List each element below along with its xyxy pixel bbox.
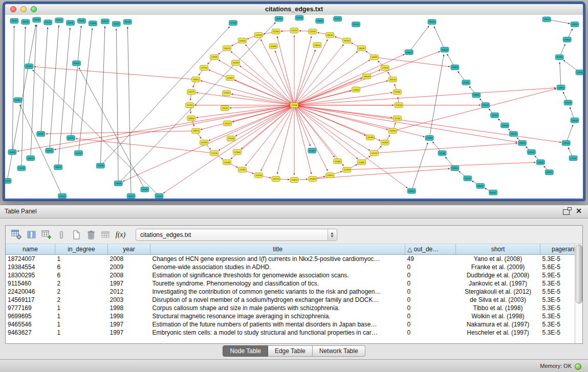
- graph-node[interactable]: 15164: [393, 90, 401, 95]
- graph-node[interactable]: 19514: [141, 187, 149, 192]
- graph-node[interactable]: 19126: [44, 20, 52, 25]
- graph-node[interactable]: 15935: [576, 70, 583, 75]
- column-header-title[interactable]: title: [150, 244, 405, 255]
- graph-node[interactable]: 14275: [187, 90, 195, 95]
- graph-node[interactable]: 16491: [571, 22, 579, 27]
- graph-node[interactable]: 12104: [562, 141, 570, 146]
- graph-node[interactable]: 15249: [343, 167, 351, 172]
- graph-node[interactable]: 13918: [472, 93, 481, 98]
- table-row[interactable]: 977716911998Corpus callosum shape and si…: [6, 304, 582, 312]
- table-row[interactable]: 1830029562008Estimation of significance …: [6, 271, 582, 279]
- graph-node[interactable]: 19059: [27, 156, 35, 161]
- table-row[interactable]: 1456911722003Disruption of a novel membe…: [6, 296, 582, 304]
- graph-node[interactable]: 15144: [254, 173, 263, 178]
- graph-node[interactable]: 14370: [326, 173, 334, 178]
- graph-node[interactable]: 67919: [425, 136, 433, 141]
- graph-node[interactable]: 18503: [363, 74, 371, 79]
- graph-node[interactable]: 92450: [545, 170, 553, 175]
- float-panel-icon[interactable]: [563, 209, 570, 215]
- table-scrollbar[interactable]: [575, 244, 582, 343]
- close-panel-icon[interactable]: ✕: [576, 207, 582, 215]
- graph-node[interactable]: 14150: [155, 193, 163, 199]
- graph-node[interactable]: 14370: [112, 21, 120, 27]
- table-row[interactable]: 1938455462009Genome-wide association stu…: [6, 263, 582, 271]
- column-header-out_degree[interactable]: △ out_de…: [405, 244, 456, 255]
- table-row[interactable]: 2242004622012Investigating the contribut…: [6, 288, 582, 296]
- graph-node[interactable]: 12754: [200, 65, 208, 71]
- network-canvas[interactable]: 1724010516151641610417854146201961816135…: [5, 15, 583, 199]
- graph-node[interactable]: 16012: [223, 46, 231, 51]
- column-header-short[interactable]: short: [456, 244, 540, 255]
- graph-node[interactable]: 59051: [54, 165, 62, 170]
- graph-node[interactable]: 16104: [381, 140, 389, 145]
- table-mode-button[interactable]: [10, 228, 24, 242]
- graph-node[interactable]: 19014: [510, 132, 518, 137]
- graph-node[interactable]: 13514: [571, 118, 579, 123]
- graph-node[interactable]: 21814: [542, 17, 551, 22]
- graph-node[interactable]: 19610: [313, 42, 321, 48]
- graph-node[interactable]: 12755: [222, 91, 230, 96]
- scrollbar-thumb[interactable]: [576, 245, 582, 303]
- table-row[interactable]: 1872400712008Changes of HCN gene express…: [6, 255, 582, 264]
- table-row[interactable]: 969969511998Structural magnetic resonanc…: [6, 312, 582, 320]
- graph-node[interactable]: 16104: [388, 77, 397, 82]
- graph-node[interactable]: 15101: [55, 18, 63, 23]
- graph-node[interactable]: 13164: [388, 128, 397, 134]
- column-header-year[interactable]: year: [108, 244, 150, 255]
- graph-node[interactable]: 20643: [114, 181, 122, 186]
- tab-edge-table[interactable]: Edge Table: [268, 345, 313, 357]
- graph-node[interactable]: 16648: [441, 47, 449, 52]
- graph-node[interactable]: 17072: [370, 150, 378, 156]
- graph-node[interactable]: 16725: [223, 121, 231, 126]
- graph-node[interactable]: 15351: [290, 178, 298, 183]
- graph-node[interactable]: 25166: [96, 163, 104, 168]
- graph-node[interactable]: 16153: [272, 177, 280, 182]
- graph-node[interactable]: 13049: [33, 17, 41, 23]
- graph-node[interactable]: 16191: [334, 16, 342, 21]
- graph-node[interactable]: 26145: [77, 18, 85, 24]
- graph-node[interactable]: 50549: [366, 135, 375, 140]
- delete-column-button[interactable]: [54, 228, 68, 242]
- graph-node[interactable]: 12116: [352, 87, 360, 92]
- graph-node[interactable]: 16467: [405, 50, 413, 55]
- graph-node[interactable]: 13916: [501, 123, 509, 128]
- graph-node[interactable]: 17034: [238, 167, 246, 172]
- window-titlebar[interactable]: citations_edges.txt: [5, 4, 583, 15]
- graph-node[interactable]: 12194: [89, 21, 97, 26]
- graph-node[interactable]: 10356: [58, 193, 67, 199]
- graph-node[interactable]: 20135: [67, 20, 75, 26]
- graph-node[interactable]: 15440: [334, 159, 342, 164]
- graph-node[interactable]: 15345: [308, 148, 316, 153]
- graph-node[interactable]: 20251: [67, 136, 75, 141]
- graph-node[interactable]: 17818: [210, 55, 219, 60]
- graph-node[interactable]: 25056: [8, 149, 16, 155]
- graph-node[interactable]: 22486: [269, 43, 277, 49]
- graph-node[interactable]: 16251: [101, 19, 109, 24]
- graph-node[interactable]: 16791: [491, 113, 499, 118]
- graph-node[interactable]: 19455: [451, 166, 459, 171]
- show-columns-button[interactable]: [25, 228, 38, 242]
- graph-node[interactable]: 12945: [536, 160, 545, 165]
- graph-node[interactable]: 14204: [238, 38, 246, 43]
- graph-node[interactable]: 92734: [555, 55, 563, 60]
- graph-node[interactable]: 26145: [73, 61, 81, 66]
- graph-node[interactable]: 72544: [227, 136, 235, 141]
- graph-node[interactable]: 13046: [316, 18, 324, 24]
- graph-node[interactable]: 18130: [428, 19, 436, 25]
- graph-node[interactable]: 20616: [21, 19, 30, 25]
- graph-node[interactable]: 15128: [17, 166, 26, 171]
- table-select-dropdown[interactable]: citations_edges.txt: [136, 229, 337, 241]
- graph-node[interactable]: 19618: [358, 46, 366, 51]
- graph-node[interactable]: 16914: [518, 141, 526, 146]
- new-table-button[interactable]: [69, 228, 83, 242]
- graph-node[interactable]: 12543: [254, 33, 263, 38]
- graph-node[interactable]: 16915: [407, 188, 416, 193]
- graph-node[interactable]: 16463: [275, 16, 283, 21]
- graph-node[interactable]: 14915: [557, 85, 565, 90]
- graph-node[interactable]: 13584: [309, 177, 317, 182]
- graph-node[interactable]: 18615: [127, 193, 135, 199]
- table-row[interactable]: 946362711997Embryonic stem cells: a mode…: [6, 329, 582, 337]
- column-header-name[interactable]: name: [6, 244, 55, 255]
- graph-hub-node[interactable]: 17240: [290, 103, 298, 108]
- import-table-button[interactable]: [99, 228, 113, 242]
